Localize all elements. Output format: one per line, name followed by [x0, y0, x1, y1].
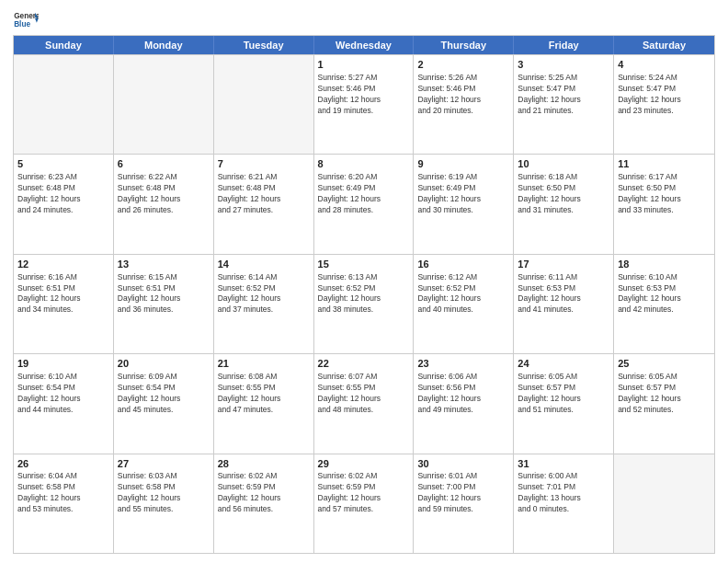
- cal-cell: 20Sunrise: 6:09 AMSunset: 6:54 PMDayligh…: [114, 354, 214, 453]
- day-number: 8: [318, 157, 410, 171]
- cell-info: Sunrise: 6:02 AMSunset: 6:59 PMDaylight:…: [318, 471, 410, 515]
- cell-info: Sunrise: 6:23 AMSunset: 6:48 PMDaylight:…: [17, 172, 109, 216]
- cell-info: Sunrise: 6:17 AMSunset: 6:50 PMDaylight:…: [618, 172, 711, 216]
- day-number: 27: [118, 457, 210, 471]
- cell-info: Sunrise: 5:25 AMSunset: 5:47 PMDaylight:…: [518, 73, 609, 117]
- day-number: 25: [618, 357, 711, 371]
- cell-info: Sunrise: 6:05 AMSunset: 6:57 PMDaylight:…: [618, 372, 711, 416]
- cal-cell: 31Sunrise: 6:00 AMSunset: 7:01 PMDayligh…: [514, 454, 614, 553]
- cell-info: Sunrise: 6:18 AMSunset: 6:50 PMDaylight:…: [518, 172, 609, 216]
- logo: General Blue: [13, 9, 39, 29]
- cal-cell: 25Sunrise: 6:05 AMSunset: 6:57 PMDayligh…: [614, 354, 714, 453]
- cal-cell: 24Sunrise: 6:05 AMSunset: 6:57 PMDayligh…: [514, 354, 614, 453]
- day-number: 31: [518, 457, 609, 471]
- cell-info: Sunrise: 6:08 AMSunset: 6:55 PMDaylight:…: [218, 372, 310, 416]
- day-number: 24: [518, 357, 609, 371]
- cal-cell: 4Sunrise: 5:24 AMSunset: 5:47 PMDaylight…: [614, 55, 714, 154]
- header-cell-tuesday: Tuesday: [214, 36, 314, 54]
- cell-info: Sunrise: 6:19 AMSunset: 6:49 PMDaylight:…: [417, 172, 509, 216]
- day-number: 28: [218, 457, 310, 471]
- cal-cell: 7Sunrise: 6:21 AMSunset: 6:48 PMDaylight…: [214, 155, 314, 253]
- cal-cell: [614, 454, 714, 553]
- day-number: 18: [618, 258, 711, 271]
- day-number: 5: [17, 157, 109, 171]
- calendar-body: 1Sunrise: 5:27 AMSunset: 5:46 PMDaylight…: [14, 54, 714, 553]
- day-number: 13: [118, 258, 210, 271]
- cell-info: Sunrise: 6:00 AMSunset: 7:01 PMDaylight:…: [518, 471, 609, 515]
- cal-cell: 18Sunrise: 6:10 AMSunset: 6:53 PMDayligh…: [614, 255, 714, 353]
- logo-icon: General Blue: [13, 9, 39, 29]
- cal-cell: [114, 55, 214, 154]
- cell-info: Sunrise: 6:11 AMSunset: 6:53 PMDaylight:…: [518, 272, 609, 316]
- cell-info: Sunrise: 6:21 AMSunset: 6:48 PMDaylight:…: [218, 172, 310, 216]
- calendar-header: SundayMondayTuesdayWednesdayThursdayFrid…: [14, 36, 714, 54]
- cell-info: Sunrise: 6:05 AMSunset: 6:57 PMDaylight:…: [518, 372, 609, 416]
- cal-cell: [214, 55, 314, 154]
- day-number: 17: [518, 258, 609, 271]
- cal-cell: [14, 55, 114, 154]
- cal-cell: 3Sunrise: 5:25 AMSunset: 5:47 PMDaylight…: [514, 55, 614, 154]
- cal-cell: 21Sunrise: 6:08 AMSunset: 6:55 PMDayligh…: [214, 354, 314, 453]
- cal-cell: 16Sunrise: 6:12 AMSunset: 6:52 PMDayligh…: [414, 255, 514, 353]
- calendar-page: General Blue SundayMondayTuesdayWednesda…: [0, 0, 728, 563]
- header-cell-friday: Friday: [514, 36, 614, 54]
- day-number: 4: [618, 58, 711, 72]
- cal-cell: 17Sunrise: 6:11 AMSunset: 6:53 PMDayligh…: [514, 255, 614, 353]
- cal-cell: 6Sunrise: 6:22 AMSunset: 6:48 PMDaylight…: [114, 155, 214, 253]
- day-number: 14: [218, 258, 310, 271]
- cell-info: Sunrise: 6:02 AMSunset: 6:59 PMDaylight:…: [218, 471, 310, 515]
- cell-info: Sunrise: 6:15 AMSunset: 6:51 PMDaylight:…: [118, 272, 210, 316]
- header-cell-thursday: Thursday: [414, 36, 514, 54]
- day-number: 12: [17, 258, 109, 271]
- day-number: 21: [218, 357, 310, 371]
- svg-marker-3: [35, 18, 39, 23]
- cell-info: Sunrise: 6:09 AMSunset: 6:54 PMDaylight:…: [118, 372, 210, 416]
- week-row-3: 12Sunrise: 6:16 AMSunset: 6:51 PMDayligh…: [14, 254, 714, 353]
- calendar: SundayMondayTuesdayWednesdayThursdayFrid…: [13, 35, 715, 554]
- day-number: 11: [618, 157, 711, 171]
- cell-info: Sunrise: 6:22 AMSunset: 6:48 PMDaylight:…: [118, 172, 210, 216]
- svg-text:Blue: Blue: [14, 20, 30, 29]
- day-number: 30: [417, 457, 509, 471]
- cell-info: Sunrise: 6:10 AMSunset: 6:54 PMDaylight:…: [17, 372, 109, 416]
- cell-info: Sunrise: 6:20 AMSunset: 6:49 PMDaylight:…: [318, 172, 410, 216]
- day-number: 1: [318, 58, 410, 72]
- day-number: 23: [417, 357, 509, 371]
- cal-cell: 2Sunrise: 5:26 AMSunset: 5:46 PMDaylight…: [414, 55, 514, 154]
- cal-cell: 14Sunrise: 6:14 AMSunset: 6:52 PMDayligh…: [214, 255, 314, 353]
- week-row-2: 5Sunrise: 6:23 AMSunset: 6:48 PMDaylight…: [14, 154, 714, 253]
- day-number: 6: [118, 157, 210, 171]
- cell-info: Sunrise: 6:01 AMSunset: 7:00 PMDaylight:…: [417, 471, 509, 515]
- cal-cell: 30Sunrise: 6:01 AMSunset: 7:00 PMDayligh…: [414, 454, 514, 553]
- week-row-5: 26Sunrise: 6:04 AMSunset: 6:58 PMDayligh…: [14, 454, 714, 553]
- day-number: 29: [318, 457, 410, 471]
- day-number: 20: [118, 357, 210, 371]
- cal-cell: 10Sunrise: 6:18 AMSunset: 6:50 PMDayligh…: [514, 155, 614, 253]
- day-number: 9: [417, 157, 509, 171]
- cell-info: Sunrise: 6:16 AMSunset: 6:51 PMDaylight:…: [17, 272, 109, 316]
- day-number: 3: [518, 58, 609, 72]
- cal-cell: 27Sunrise: 6:03 AMSunset: 6:58 PMDayligh…: [114, 454, 214, 553]
- cell-info: Sunrise: 5:27 AMSunset: 5:46 PMDaylight:…: [318, 73, 410, 117]
- cell-info: Sunrise: 6:07 AMSunset: 6:55 PMDaylight:…: [318, 372, 410, 416]
- cal-cell: 13Sunrise: 6:15 AMSunset: 6:51 PMDayligh…: [114, 255, 214, 353]
- cal-cell: 15Sunrise: 6:13 AMSunset: 6:52 PMDayligh…: [314, 255, 415, 353]
- cal-cell: 9Sunrise: 6:19 AMSunset: 6:49 PMDaylight…: [414, 155, 514, 253]
- cal-cell: 26Sunrise: 6:04 AMSunset: 6:58 PMDayligh…: [14, 454, 114, 553]
- cell-info: Sunrise: 6:10 AMSunset: 6:53 PMDaylight:…: [618, 272, 711, 316]
- day-number: 26: [17, 457, 109, 471]
- cell-info: Sunrise: 6:13 AMSunset: 6:52 PMDaylight:…: [318, 272, 410, 316]
- cal-cell: 23Sunrise: 6:06 AMSunset: 6:56 PMDayligh…: [414, 354, 514, 453]
- cal-cell: 28Sunrise: 6:02 AMSunset: 6:59 PMDayligh…: [214, 454, 314, 553]
- svg-text:General: General: [14, 12, 39, 20]
- day-number: 19: [17, 357, 109, 371]
- header-cell-monday: Monday: [114, 36, 214, 54]
- day-number: 22: [318, 357, 410, 371]
- cal-cell: 22Sunrise: 6:07 AMSunset: 6:55 PMDayligh…: [314, 354, 415, 453]
- cal-cell: 8Sunrise: 6:20 AMSunset: 6:49 PMDaylight…: [314, 155, 415, 253]
- cell-info: Sunrise: 6:04 AMSunset: 6:58 PMDaylight:…: [17, 471, 109, 515]
- day-number: 16: [417, 258, 509, 271]
- cal-cell: 29Sunrise: 6:02 AMSunset: 6:59 PMDayligh…: [314, 454, 415, 553]
- cal-cell: 5Sunrise: 6:23 AMSunset: 6:48 PMDaylight…: [14, 155, 114, 253]
- cell-info: Sunrise: 6:12 AMSunset: 6:52 PMDaylight:…: [417, 272, 509, 316]
